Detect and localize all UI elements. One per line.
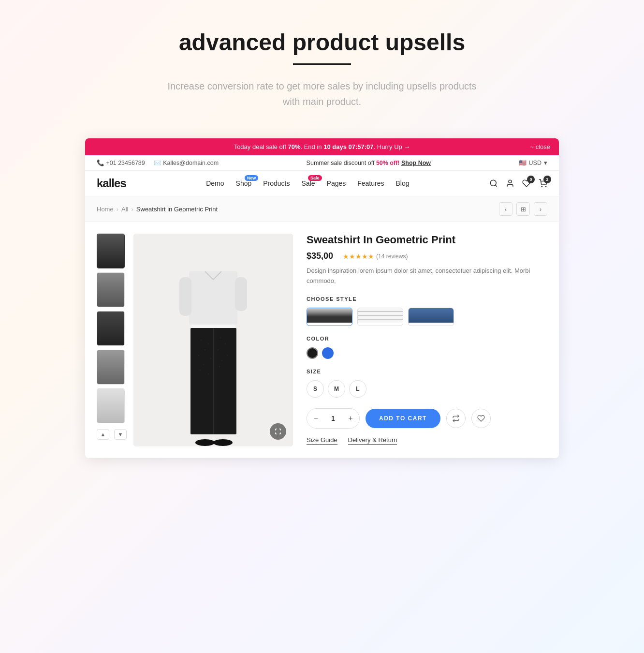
quantity-input[interactable] (324, 415, 342, 422)
thumbnail-2[interactable] (97, 272, 125, 307)
size-section-label: SIZE (307, 369, 547, 374)
nav-item-products[interactable]: Products (263, 179, 290, 188)
style-option-2[interactable]: Combat Long Sleeve (357, 308, 403, 326)
thumbnail-3[interactable] (97, 311, 125, 346)
svg-point-25 (221, 360, 223, 361)
product-section: ▲ ▼ (85, 222, 559, 458)
announcement-close[interactable]: ~ close (530, 143, 550, 150)
breadcrumb-current: Sweatshirt in Geometric Print (136, 206, 218, 213)
phone: 📞 +01 23456789 (97, 159, 145, 166)
account-button[interactable] (506, 179, 514, 188)
style-option-3[interactable]: Blue Jean (408, 308, 454, 326)
prev-product-button[interactable]: ‹ (499, 202, 512, 216)
next-product-button[interactable]: › (534, 202, 547, 216)
thumb-prev[interactable]: ▲ (97, 429, 109, 440)
store-card: Today deal sale off 70%. End in 10 days … (85, 138, 559, 458)
main-product-image (133, 234, 293, 446)
size-l[interactable]: L (349, 380, 366, 398)
delivery-return-link[interactable]: Delivery & Return (348, 436, 397, 445)
search-button[interactable] (489, 179, 498, 188)
quantity-control: − + (307, 408, 360, 429)
svg-point-27 (195, 439, 215, 446)
nav-item-demo[interactable]: Demo (206, 179, 224, 188)
nav-item-features[interactable]: Features (357, 179, 384, 188)
color-black[interactable] (307, 347, 318, 359)
svg-point-21 (220, 337, 221, 339)
svg-point-22 (225, 343, 226, 345)
breadcrumb-bar: Home › All › Sweatshirt in Geometric Pri… (85, 196, 559, 222)
expand-image-button[interactable] (270, 423, 286, 440)
product-price: $35,00 (307, 251, 333, 261)
product-footer-links: Size Guide Delivery & Return (307, 436, 547, 445)
size-options: S M L (307, 380, 547, 398)
cart-row: − + ADD TO CART (307, 408, 547, 429)
nav-bar: kalles Demo Shop New Products Sale Sale … (85, 171, 559, 196)
cart-count: 2 (543, 176, 551, 183)
email: ✉️ Kalles@domain.com (154, 159, 219, 166)
svg-rect-9 (179, 277, 191, 316)
nav-item-pages[interactable]: Pages (327, 179, 346, 188)
product-rating: ★★★★★ (14 reviews) (343, 252, 408, 260)
style-name-3: Blue Jean (409, 323, 454, 326)
svg-point-28 (213, 439, 233, 446)
style-name-2: Combat Long Sleeve (358, 323, 403, 326)
sale-badge: Sale (308, 175, 322, 181)
size-guide-link[interactable]: Size Guide (307, 436, 337, 445)
breadcrumb-all[interactable]: All (121, 206, 128, 213)
star-icon: ★★★★★ (343, 252, 374, 260)
nav-item-shop[interactable]: Shop New (236, 179, 252, 188)
product-info: Sweatshirt In Geometric Print $35,00 ★★★… (293, 234, 547, 446)
contact-info: 📞 +01 23456789 ✉️ Kalles@domain.com (97, 159, 219, 166)
product-title: Sweatshirt In Geometric Print (307, 234, 547, 246)
quantity-increase[interactable]: + (342, 409, 359, 428)
svg-point-17 (210, 358, 212, 359)
shop-now-link[interactable]: Shop Now (401, 160, 431, 166)
style-name-1: Sweatshirt in Geometric Print (307, 323, 352, 326)
svg-point-20 (208, 373, 209, 375)
breadcrumb: Home › All › Sweatshirt in Geometric Pri… (97, 206, 218, 213)
thumbnail-arrows: ▲ ▼ (97, 429, 127, 440)
breadcrumb-navigation: ‹ ⊞ › (499, 202, 547, 216)
thumbnail-4[interactable] (97, 350, 125, 385)
wishlist-button[interactable]: 0 (522, 179, 531, 188)
nav-links: Demo Shop New Products Sale Sale Pages F… (206, 179, 409, 188)
nav-logo[interactable]: kalles (97, 177, 126, 190)
cart-button[interactable]: 2 (539, 179, 547, 188)
svg-point-14 (208, 343, 209, 345)
title-underline (293, 63, 351, 65)
svg-point-18 (203, 364, 205, 365)
size-s[interactable]: S (307, 380, 324, 398)
product-image-svg (133, 234, 293, 446)
size-m[interactable]: M (328, 380, 345, 398)
product-description: Design inspiration lorem ipsum dolor sit… (307, 266, 547, 286)
svg-point-3 (542, 186, 542, 187)
breadcrumb-home[interactable]: Home (97, 206, 114, 213)
style-option-1[interactable]: Sweatshirt in Geometric Print (307, 308, 352, 326)
svg-point-19 (200, 370, 201, 371)
top-bar: 📞 +01 23456789 ✉️ Kalles@domain.com Summ… (85, 155, 559, 171)
wishlist-add-button[interactable] (471, 409, 491, 428)
thumbnail-column: ▲ ▼ (97, 234, 127, 446)
sale-notice: Summer sale discount off 50% off! Shop N… (307, 160, 431, 166)
svg-point-15 (205, 349, 206, 351)
compare-button[interactable] (446, 409, 466, 428)
currency-selector[interactable]: 🇺🇸 USD ▾ (519, 159, 547, 166)
svg-point-13 (201, 340, 202, 341)
svg-point-2 (509, 180, 512, 183)
add-to-cart-button[interactable]: ADD TO CART (366, 409, 440, 428)
announcement-bar: Today deal sale off 70%. End in 10 days … (85, 138, 559, 155)
nav-item-blog[interactable]: Blog (396, 179, 410, 188)
svg-point-26 (219, 366, 220, 368)
color-blue[interactable] (322, 347, 334, 359)
svg-point-16 (198, 355, 200, 356)
svg-rect-10 (235, 277, 247, 311)
thumb-next[interactable]: ▼ (114, 429, 127, 440)
thumbnail-1[interactable] (97, 234, 125, 268)
nav-item-sale[interactable]: Sale Sale (302, 179, 315, 188)
grid-view-button[interactable]: ⊞ (516, 202, 530, 216)
quantity-decrease[interactable]: − (307, 409, 324, 428)
thumbnail-5[interactable] (97, 388, 125, 423)
wishlist-count: 0 (527, 176, 535, 183)
svg-line-1 (495, 185, 497, 186)
style-section-label: CHOOSE STYLE (307, 296, 547, 302)
